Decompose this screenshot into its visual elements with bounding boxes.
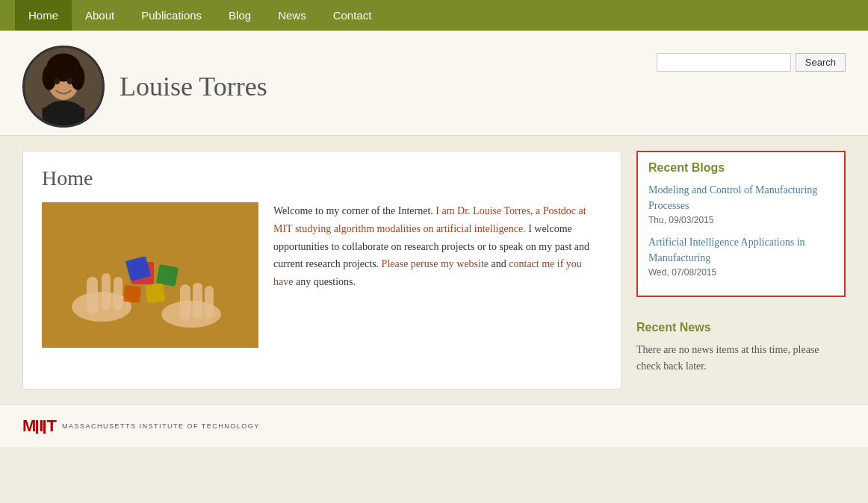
svg-rect-23 [123,285,141,303]
mit-letters: MIT [22,416,56,436]
footer: MIT Massachusetts Institute of Technolog… [0,404,868,447]
svg-point-4 [70,65,84,90]
nav-item-news[interactable]: News [264,0,320,31]
svg-point-6 [67,78,73,84]
mit-subtitle: Massachusetts Institute of Technology [62,422,260,430]
search-input[interactable] [657,53,791,72]
body-fin: any questions. [293,276,356,287]
search-area: Search [657,53,846,72]
body-intro: Welcome to my corner of the Internet. [273,205,435,216]
svg-rect-14 [114,277,123,310]
recent-blogs-title: Recent Blogs [648,161,834,175]
svg-rect-21 [156,264,179,287]
svg-rect-8 [43,107,85,128]
nav-item-publications[interactable]: Publications [128,0,215,31]
site-title: Louise Torres [120,71,267,102]
main-wrapper: Home [0,136,868,404]
svg-rect-17 [193,283,202,319]
navigation: Home About Publications Blog News Contac… [0,0,868,31]
nav-item-contact[interactable]: Contact [320,0,385,31]
news-empty-text: There are no news items at this time, pl… [636,342,846,375]
nav-item-about[interactable]: About [72,0,128,31]
svg-rect-12 [87,277,98,314]
content-card: Home [22,151,621,390]
page-title: Home [42,166,602,190]
svg-rect-22 [145,283,165,303]
svg-point-3 [43,65,57,90]
svg-rect-16 [180,284,190,320]
header: Louise Torres Search [0,31,868,136]
blog-1-title-2: Processes [648,200,689,211]
body-link: Please peruse my website [382,258,489,269]
svg-rect-13 [102,273,111,310]
blog-2-date: Wed, 07/08/2015 [648,267,834,278]
blog-1-title-1: Modeling and Control of Manufacturing [648,184,817,196]
svg-rect-18 [205,286,214,319]
blog-item-2: Artificial Intelligence Applications in … [648,234,834,278]
home-photo [42,202,258,348]
blog-2-title-1: Artificial [648,237,689,248]
content-body: Welcome to my corner of the Internet. I … [42,202,602,348]
blog-link-2[interactable]: Artificial Intelligence Applications in … [648,234,834,266]
search-button[interactable]: Search [796,53,846,72]
nav-item-blog[interactable]: Blog [215,0,264,31]
body-end: and [489,258,509,269]
recent-blogs-box: Recent Blogs Modeling and Control of Man… [636,151,846,297]
blog-2-title-2: Intelligence [689,237,739,248]
sidebar: Recent Blogs Modeling and Control of Man… [636,151,846,390]
avatar [22,46,105,128]
recent-news-section: Recent News There are no news items at t… [636,312,846,375]
mit-logo: MIT Massachusetts Institute of Technolog… [22,416,260,436]
blog-item-1: Modeling and Control of Manufacturing Pr… [648,182,834,225]
header-left: Louise Torres [22,46,267,128]
blog-1-date: Thu, 09/03/2015 [648,215,834,225]
recent-news-title: Recent News [636,321,846,334]
nav-item-home[interactable]: Home [15,0,72,31]
body-text: Welcome to my corner of the Internet. I … [273,202,602,348]
svg-point-5 [55,78,61,84]
blog-link-1[interactable]: Modeling and Control of Manufacturing Pr… [648,182,834,213]
